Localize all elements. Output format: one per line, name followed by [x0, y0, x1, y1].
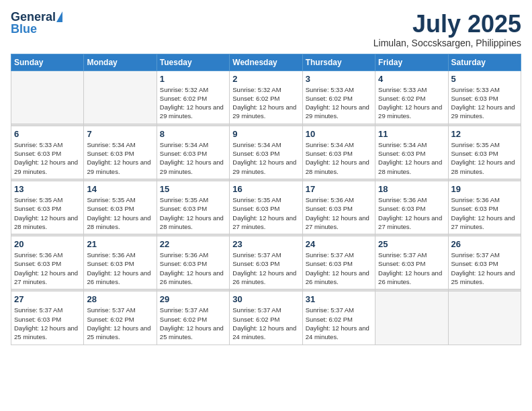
day-info: Sunrise: 5:37 AM Sunset: 6:03 PM Dayligh…: [232, 250, 299, 286]
calendar-cell-w3-d4: 17Sunrise: 5:36 AM Sunset: 6:03 PM Dayli…: [302, 181, 375, 234]
day-info: Sunrise: 5:37 AM Sunset: 6:02 PM Dayligh…: [160, 306, 226, 341]
day-info: Sunrise: 5:36 AM Sunset: 6:03 PM Dayligh…: [14, 250, 81, 286]
day-number: 16: [232, 184, 299, 194]
header: General Blue July 2025 Limulan, Soccsksa…: [11, 11, 521, 48]
calendar-cell-w4-d4: 24Sunrise: 5:37 AM Sunset: 6:03 PM Dayli…: [302, 236, 375, 289]
calendar-cell-w3-d3: 16Sunrise: 5:35 AM Sunset: 6:03 PM Dayli…: [230, 181, 302, 234]
day-number: 18: [378, 184, 445, 194]
calendar-week-1: 1Sunrise: 5:32 AM Sunset: 6:02 PM Daylig…: [11, 71, 521, 124]
day-number: 21: [87, 239, 153, 249]
day-number: 17: [306, 184, 372, 194]
day-info: Sunrise: 5:36 AM Sunset: 6:03 PM Dayligh…: [451, 195, 518, 231]
calendar-cell-w2-d6: 12Sunrise: 5:35 AM Sunset: 6:03 PM Dayli…: [448, 126, 521, 179]
calendar-cell-w5-d6: [448, 291, 521, 345]
logo: General Blue: [11, 11, 62, 35]
calendar-cell-w3-d0: 13Sunrise: 5:35 AM Sunset: 6:03 PM Dayli…: [11, 181, 84, 234]
day-info: Sunrise: 5:36 AM Sunset: 6:03 PM Dayligh…: [87, 250, 153, 286]
day-info: Sunrise: 5:37 AM Sunset: 6:03 PM Dayligh…: [306, 250, 372, 286]
day-number: 30: [232, 294, 299, 304]
day-info: Sunrise: 5:35 AM Sunset: 6:03 PM Dayligh…: [451, 140, 518, 176]
day-info: Sunrise: 5:37 AM Sunset: 6:03 PM Dayligh…: [451, 250, 518, 286]
calendar-table: Sunday Monday Tuesday Wednesday Thursday…: [11, 54, 521, 345]
day-info: Sunrise: 5:35 AM Sunset: 6:03 PM Dayligh…: [232, 195, 299, 231]
day-info: Sunrise: 5:37 AM Sunset: 6:02 PM Dayligh…: [232, 306, 299, 341]
location-subtitle: Limulan, Soccsksargen, Philippines: [373, 38, 521, 48]
day-number: 22: [160, 239, 226, 249]
calendar-cell-w1-d5: 4Sunrise: 5:33 AM Sunset: 6:02 PM Daylig…: [375, 71, 448, 124]
day-info: Sunrise: 5:32 AM Sunset: 6:02 PM Dayligh…: [160, 85, 226, 121]
day-number: 24: [306, 239, 372, 249]
calendar-cell-w1-d4: 3Sunrise: 5:33 AM Sunset: 6:02 PM Daylig…: [302, 71, 375, 124]
day-info: Sunrise: 5:33 AM Sunset: 6:03 PM Dayligh…: [14, 140, 81, 176]
calendar-week-5: 27Sunrise: 5:37 AM Sunset: 6:03 PM Dayli…: [11, 291, 521, 345]
day-info: Sunrise: 5:36 AM Sunset: 6:03 PM Dayligh…: [160, 250, 226, 286]
day-info: Sunrise: 5:37 AM Sunset: 6:02 PM Dayligh…: [306, 306, 372, 341]
day-number: 6: [14, 129, 81, 139]
calendar-cell-w1-d6: 5Sunrise: 5:33 AM Sunset: 6:03 PM Daylig…: [448, 71, 521, 124]
calendar-cell-w1-d1: [84, 71, 157, 124]
day-number: 31: [306, 294, 372, 304]
calendar-cell-w2-d3: 9Sunrise: 5:34 AM Sunset: 6:03 PM Daylig…: [230, 126, 302, 179]
calendar-cell-w2-d2: 8Sunrise: 5:34 AM Sunset: 6:03 PM Daylig…: [157, 126, 229, 179]
calendar-cell-w4-d3: 23Sunrise: 5:37 AM Sunset: 6:03 PM Dayli…: [230, 236, 302, 289]
col-tuesday: Tuesday: [157, 54, 229, 71]
day-info: Sunrise: 5:37 AM Sunset: 6:03 PM Dayligh…: [14, 306, 81, 341]
calendar-cell-w3-d6: 19Sunrise: 5:36 AM Sunset: 6:03 PM Dayli…: [448, 181, 521, 234]
day-number: 4: [378, 74, 445, 84]
calendar-cell-w5-d0: 27Sunrise: 5:37 AM Sunset: 6:03 PM Dayli…: [11, 291, 84, 345]
day-info: Sunrise: 5:33 AM Sunset: 6:02 PM Dayligh…: [306, 85, 372, 121]
day-info: Sunrise: 5:35 AM Sunset: 6:03 PM Dayligh…: [14, 195, 81, 231]
calendar-cell-w3-d2: 15Sunrise: 5:35 AM Sunset: 6:03 PM Dayli…: [157, 181, 229, 234]
col-friday: Friday: [375, 54, 448, 71]
day-info: Sunrise: 5:34 AM Sunset: 6:03 PM Dayligh…: [87, 140, 153, 176]
calendar-cell-w3-d1: 14Sunrise: 5:35 AM Sunset: 6:03 PM Dayli…: [84, 181, 157, 234]
calendar-cell-w5-d3: 30Sunrise: 5:37 AM Sunset: 6:02 PM Dayli…: [230, 291, 302, 345]
col-saturday: Saturday: [448, 54, 521, 71]
day-info: Sunrise: 5:32 AM Sunset: 6:02 PM Dayligh…: [232, 85, 299, 121]
day-number: 23: [232, 239, 299, 249]
calendar-cell-w2-d5: 11Sunrise: 5:34 AM Sunset: 6:03 PM Dayli…: [375, 126, 448, 179]
day-number: 5: [451, 74, 518, 84]
calendar-cell-w1-d3: 2Sunrise: 5:32 AM Sunset: 6:02 PM Daylig…: [230, 71, 302, 124]
calendar-cell-w4-d5: 25Sunrise: 5:37 AM Sunset: 6:03 PM Dayli…: [375, 236, 448, 289]
calendar-cell-w5-d5: [375, 291, 448, 345]
day-info: Sunrise: 5:34 AM Sunset: 6:03 PM Dayligh…: [160, 140, 226, 176]
day-info: Sunrise: 5:35 AM Sunset: 6:03 PM Dayligh…: [87, 195, 153, 231]
calendar-cell-w4-d6: 26Sunrise: 5:37 AM Sunset: 6:03 PM Dayli…: [448, 236, 521, 289]
calendar-cell-w5-d4: 31Sunrise: 5:37 AM Sunset: 6:02 PM Dayli…: [302, 291, 375, 345]
day-number: 29: [160, 294, 226, 304]
day-number: 25: [378, 239, 445, 249]
day-info: Sunrise: 5:35 AM Sunset: 6:03 PM Dayligh…: [160, 195, 226, 231]
title-area: July 2025 Limulan, Soccsksargen, Philipp…: [373, 11, 521, 48]
col-monday: Monday: [84, 54, 157, 71]
col-wednesday: Wednesday: [230, 54, 302, 71]
day-number: 15: [160, 184, 226, 194]
calendar-cell-w2-d1: 7Sunrise: 5:34 AM Sunset: 6:03 PM Daylig…: [84, 126, 157, 179]
calendar-cell-w4-d2: 22Sunrise: 5:36 AM Sunset: 6:03 PM Dayli…: [157, 236, 229, 289]
calendar-cell-w2-d0: 6Sunrise: 5:33 AM Sunset: 6:03 PM Daylig…: [11, 126, 84, 179]
col-thursday: Thursday: [302, 54, 375, 71]
day-number: 3: [306, 74, 372, 84]
day-number: 19: [451, 184, 518, 194]
col-sunday: Sunday: [11, 54, 84, 71]
day-info: Sunrise: 5:37 AM Sunset: 6:02 PM Dayligh…: [87, 306, 153, 341]
day-number: 12: [451, 129, 518, 139]
logo-arrow-icon: [56, 11, 62, 22]
calendar-week-4: 20Sunrise: 5:36 AM Sunset: 6:03 PM Dayli…: [11, 236, 521, 289]
calendar-cell-w3-d5: 18Sunrise: 5:36 AM Sunset: 6:03 PM Dayli…: [375, 181, 448, 234]
calendar-cell-w5-d1: 28Sunrise: 5:37 AM Sunset: 6:02 PM Dayli…: [84, 291, 157, 345]
day-info: Sunrise: 5:37 AM Sunset: 6:03 PM Dayligh…: [378, 250, 445, 286]
calendar-week-2: 6Sunrise: 5:33 AM Sunset: 6:03 PM Daylig…: [11, 126, 521, 179]
day-number: 20: [14, 239, 81, 249]
day-info: Sunrise: 5:33 AM Sunset: 6:02 PM Dayligh…: [378, 85, 445, 121]
logo-general: General: [11, 11, 56, 23]
day-number: 13: [14, 184, 81, 194]
day-info: Sunrise: 5:34 AM Sunset: 6:03 PM Dayligh…: [306, 140, 372, 176]
day-number: 26: [451, 239, 518, 249]
calendar-cell-w2-d4: 10Sunrise: 5:34 AM Sunset: 6:03 PM Dayli…: [302, 126, 375, 179]
day-number: 14: [87, 184, 153, 194]
day-info: Sunrise: 5:34 AM Sunset: 6:03 PM Dayligh…: [378, 140, 445, 176]
logo-blue: Blue: [11, 23, 37, 35]
calendar-week-3: 13Sunrise: 5:35 AM Sunset: 6:03 PM Dayli…: [11, 181, 521, 234]
day-info: Sunrise: 5:36 AM Sunset: 6:03 PM Dayligh…: [306, 195, 372, 231]
